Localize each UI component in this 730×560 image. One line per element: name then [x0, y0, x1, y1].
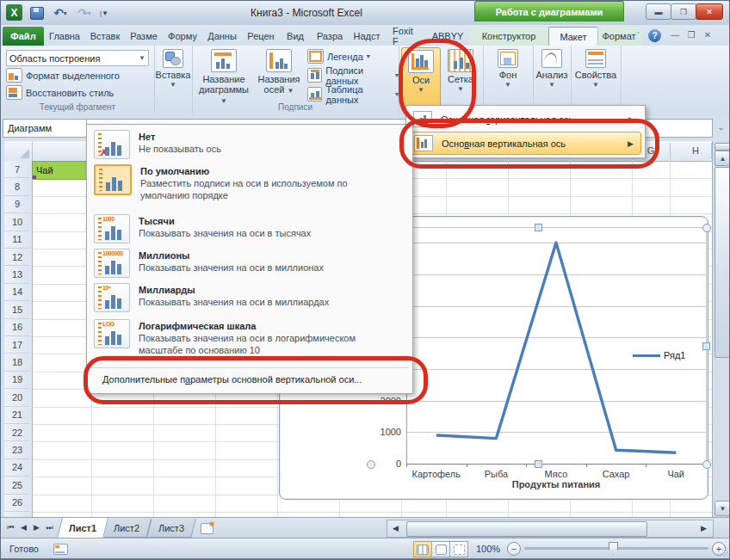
plot-area-handle[interactable]	[702, 460, 711, 469]
horizontal-scrollbar[interactable]: ◀ ▶	[387, 520, 714, 538]
vaxis-menu-item-2[interactable]: 1000ТысячиПоказывать значения на оси в т…	[89, 212, 409, 247]
plot-area-handle[interactable]	[535, 224, 542, 231]
select-all-corner[interactable]	[4, 141, 33, 161]
page-layout-view-button[interactable]	[431, 541, 450, 557]
sheet-tab-1[interactable]: Лист1	[57, 518, 108, 538]
vaxis-more-options-item[interactable]: Дополнительные параметры основной вертик…	[89, 367, 409, 390]
window-restore-icon[interactable]: ❐	[685, 30, 697, 40]
ribbon-tab-7[interactable]: Вид	[280, 27, 311, 46]
row-header-17[interactable]: 17	[4, 336, 30, 354]
vaxis-menu-item-4[interactable]: 10⁹МиллиардыПоказывать значения на оси в…	[89, 281, 409, 317]
zoom-level[interactable]: 100%	[476, 544, 500, 554]
gridlines-button[interactable]: Сетка ▼	[442, 47, 479, 95]
insert-worksheet-tab[interactable]: ✱	[197, 520, 216, 536]
window-minimize-icon[interactable]: —	[669, 30, 681, 40]
minimize-button[interactable]: ▬	[646, 3, 671, 20]
column-header-H[interactable]: H	[678, 145, 713, 156]
axes-button[interactable]: Оси ▼	[401, 47, 441, 111]
vaxis-menu-item-3[interactable]: 1000000МиллионыПоказывать значения на ос…	[89, 247, 409, 281]
reset-style-button[interactable]: Восстановить стиль	[6, 85, 114, 100]
axis-titles-button[interactable]: Названия осей ▼	[254, 47, 304, 96]
scroll-right-icon[interactable]: ▶	[697, 522, 710, 534]
ribbon-tab-11[interactable]: ABBYY	[426, 27, 469, 46]
ribbon-tab-9[interactable]: Надст	[349, 27, 385, 46]
window-close-icon[interactable]: ✕	[702, 30, 714, 40]
ribbon-tab-14[interactable]: Формат	[597, 27, 641, 46]
redo-button[interactable]: ↷▾	[73, 5, 96, 21]
row-header-14[interactable]: 14	[4, 284, 30, 301]
row-header-18[interactable]: 18	[4, 354, 30, 371]
help-icon[interactable]: ?	[648, 29, 661, 42]
row-header-9[interactable]: 9	[4, 196, 30, 213]
data-table-button[interactable]: Таблица данных▾	[307, 87, 399, 102]
data-labels-button[interactable]: Подписи данных▾	[307, 68, 399, 83]
row-header-8[interactable]: 8	[4, 178, 30, 195]
row-header-26[interactable]: 26	[4, 495, 30, 512]
scroll-up-icon[interactable]: ▲	[715, 151, 730, 166]
axes-menu-item-0[interactable]: Основная горизонтальная ось▶	[408, 108, 641, 131]
vaxis-menu-item-5[interactable]: LOGЛогарифмическая шкалаПоказывать значе…	[89, 317, 409, 366]
ribbon-tab-4[interactable]: Форму	[163, 27, 202, 46]
row-header-23[interactable]: 23	[4, 441, 30, 458]
qat-customize-button[interactable]: |▼	[97, 5, 111, 21]
row-header-13[interactable]: 13	[4, 266, 30, 283]
name-box[interactable]: Диаграмм	[3, 119, 90, 138]
row-headers[interactable]: 789101112131415161718192021222324252627	[4, 161, 33, 517]
chart-title-button[interactable]: Название диаграммы ▼	[197, 47, 251, 107]
analysis-button[interactable]: Анализ ▼	[535, 47, 569, 90]
chart-element-selector[interactable]: Область построения▼	[6, 50, 149, 66]
normal-view-button[interactable]	[413, 541, 432, 557]
row-header-19[interactable]: 19	[4, 372, 30, 389]
plot-area-handle[interactable]	[702, 224, 711, 232]
ribbon-tab-12[interactable]: Конструктор	[469, 27, 548, 46]
close-button[interactable]: ✕	[696, 3, 723, 20]
undo-button[interactable]: ↶▾	[49, 5, 71, 21]
row-header-16[interactable]: 16	[4, 319, 30, 336]
row-header-24[interactable]: 24	[4, 459, 30, 477]
ribbon-tab-8[interactable]: Разра	[311, 27, 349, 46]
zoom-out-button[interactable]: −	[507, 542, 521, 556]
insert-button[interactable]: Вставка ▼	[158, 47, 189, 90]
row-header-15[interactable]: 15	[4, 301, 30, 318]
vaxis-menu-item-0[interactable]: ✗НетНе показывать ось	[89, 128, 409, 163]
format-selection-button[interactable]: Формат выделенного	[6, 68, 120, 83]
ribbon-tab-10[interactable]: Foxit F	[385, 27, 426, 46]
row-header-21[interactable]: 21	[4, 407, 30, 424]
ribbon-tab-0[interactable]: Файл	[3, 27, 44, 46]
axes-menu-item-1[interactable]: Основная вертикальная ось▶	[408, 132, 641, 155]
plot-area-handle[interactable]	[702, 342, 710, 350]
sheet-tab-3[interactable]: Лист3	[146, 519, 196, 538]
row-header-7[interactable]: 7	[4, 161, 30, 178]
row-header-12[interactable]: 12	[4, 249, 30, 266]
vaxis-menu-item-1[interactable]: По умолчаниюРазместить подписи на оси в …	[89, 163, 409, 212]
properties-button[interactable]: Свойства ▼	[574, 47, 617, 90]
scroll-down-icon[interactable]: ▼	[715, 501, 730, 516]
ribbon-tab-3[interactable]: Разме	[125, 27, 163, 46]
ribbon-tab-1[interactable]: Главна	[44, 27, 85, 46]
scroll-left-icon[interactable]: ◀	[389, 522, 402, 534]
vertical-scroll-thumb[interactable]	[715, 167, 730, 358]
legend-button[interactable]: Легенда▾	[307, 49, 370, 64]
background-button[interactable]: Фон ▼	[491, 47, 525, 90]
expand-formula-bar-icon[interactable]: ⌄	[715, 120, 727, 134]
plot-area-handle[interactable]	[367, 460, 375, 469]
row-header-10[interactable]: 10	[4, 213, 30, 231]
ribbon-tab-2[interactable]: Вставк	[85, 27, 125, 46]
split-handle[interactable]	[715, 143, 730, 151]
page-break-view-button[interactable]	[449, 541, 468, 557]
first-sheet-icon[interactable]: ⏮	[4, 520, 17, 534]
sheet-tab-2[interactable]: Лист2	[102, 519, 152, 538]
save-button[interactable]	[28, 5, 46, 21]
prev-sheet-icon[interactable]: ◀	[17, 520, 30, 534]
restore-button[interactable]: ❐	[671, 3, 696, 20]
resize-grip[interactable]	[722, 550, 728, 556]
chart-legend[interactable]: Ряд1	[633, 350, 685, 360]
row-header-11[interactable]: 11	[4, 231, 30, 249]
row-header-20[interactable]: 20	[4, 389, 30, 406]
last-sheet-icon[interactable]: ⏭	[43, 520, 56, 534]
row-header-22[interactable]: 22	[4, 424, 30, 441]
ribbon-tab-6[interactable]: Рецен	[242, 27, 280, 46]
horizontal-scroll-thumb[interactable]	[406, 521, 647, 537]
row-header-25[interactable]: 25	[4, 477, 30, 494]
ribbon-tab-13[interactable]: Макет	[548, 27, 598, 46]
